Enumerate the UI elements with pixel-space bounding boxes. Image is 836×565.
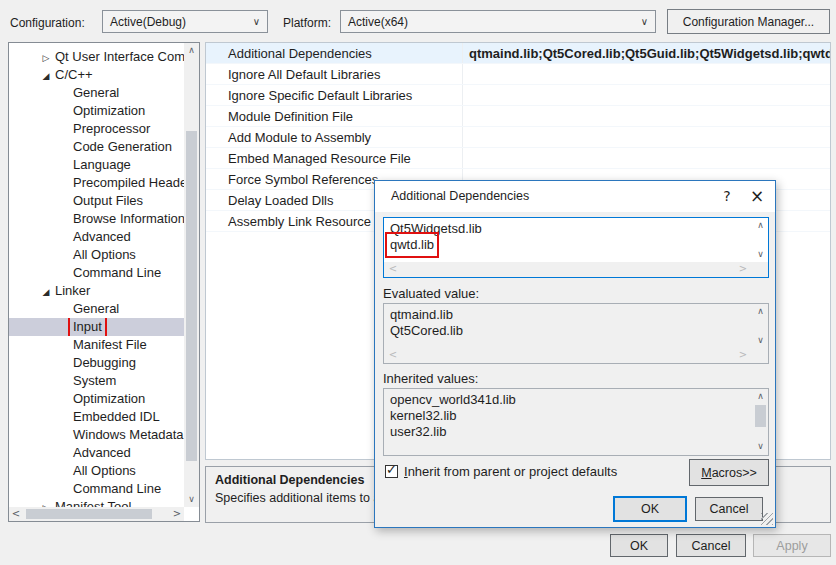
tree-collapsed-arrow-icon[interactable]: ▷ bbox=[37, 499, 55, 507]
tree-item-linker[interactable]: ◢Linker bbox=[9, 282, 184, 300]
tree-item-windows-metadata[interactable]: Windows Metadata bbox=[9, 426, 184, 444]
tree-item-label: Language bbox=[73, 157, 131, 172]
property-value[interactable] bbox=[462, 106, 830, 126]
platform-value: Active(x64) bbox=[348, 15, 408, 29]
property-row-add-module-to-assembly[interactable]: Add Module to Assembly bbox=[206, 127, 830, 148]
dialog-ok-button[interactable]: OK bbox=[613, 496, 687, 522]
resize-grip[interactable] bbox=[761, 513, 773, 525]
inherited-box-vscroll[interactable]: ∧ ∨ bbox=[753, 389, 768, 454]
tree-expanded-arrow-icon[interactable]: ◢ bbox=[37, 67, 55, 84]
tree-item-input[interactable]: Input bbox=[9, 318, 184, 336]
property-value[interactable] bbox=[462, 85, 830, 105]
scroll-up-icon[interactable]: ∧ bbox=[753, 304, 768, 319]
evaluated-box-vscroll[interactable]: ∧ ∨ bbox=[753, 304, 768, 348]
tree-item-output-files[interactable]: Output Files bbox=[9, 192, 184, 210]
tree-vscroll-thumb[interactable] bbox=[186, 131, 197, 461]
scroll-right-icon[interactable]: > bbox=[170, 507, 184, 521]
property-row-embed-managed-resource-file[interactable]: Embed Managed Resource File bbox=[206, 148, 830, 169]
tree-vertical-scrollbar[interactable]: ∧ ∨ bbox=[184, 43, 199, 507]
help-icon[interactable]: ? bbox=[715, 181, 739, 212]
tree-item-label: Precompiled Heade bbox=[73, 175, 184, 190]
scroll-left-icon[interactable]: < bbox=[9, 507, 23, 521]
close-icon[interactable]: × bbox=[741, 181, 773, 212]
tree-item-code-generation[interactable]: Code Generation bbox=[9, 138, 184, 156]
edit-box-vscroll[interactable]: ∧ ∨ bbox=[753, 218, 768, 262]
dialog-cancel-button[interactable]: Cancel bbox=[695, 497, 763, 521]
tree-item-language[interactable]: Language bbox=[9, 156, 184, 174]
evaluated-box-hscroll[interactable]: < > bbox=[384, 348, 768, 363]
scroll-down-icon[interactable]: ∨ bbox=[184, 492, 199, 507]
tree-item-debugging[interactable]: Debugging bbox=[9, 354, 184, 372]
tree-item-manifest-tool[interactable]: ▷Manifest Tool bbox=[9, 498, 184, 507]
tree-item-general[interactable]: General bbox=[9, 84, 184, 102]
scroll-up-icon[interactable]: ∧ bbox=[753, 389, 768, 404]
tree-item-all-options[interactable]: All Options bbox=[9, 246, 184, 264]
property-name: Module Definition File bbox=[206, 106, 462, 126]
tree-item-advanced[interactable]: Advanced bbox=[9, 444, 184, 462]
tree-item-label: All Options bbox=[73, 463, 136, 478]
scroll-left-icon[interactable]: < bbox=[386, 262, 400, 276]
tree-item-optimization[interactable]: Optimization bbox=[9, 390, 184, 408]
scroll-right-icon[interactable]: > bbox=[736, 262, 750, 276]
property-name: Additional Dependencies bbox=[206, 43, 462, 63]
ok-button[interactable]: OK bbox=[610, 534, 668, 557]
tree-item-embedded-idl[interactable]: Embedded IDL bbox=[9, 408, 184, 426]
tree-item-command-line[interactable]: Command Line bbox=[9, 264, 184, 282]
property-value[interactable] bbox=[462, 64, 830, 84]
configuration-manager-button[interactable]: Configuration Manager... bbox=[667, 9, 830, 34]
tree-item-c-c[interactable]: ◢C/C++ bbox=[9, 66, 184, 84]
scroll-up-icon[interactable]: ∧ bbox=[753, 218, 768, 233]
dependency-line-qt5widgetsd-lib[interactable]: Qt5Widgetsd.lib bbox=[390, 221, 747, 237]
scroll-down-icon[interactable]: ∨ bbox=[753, 333, 768, 348]
platform-combobox[interactable]: Active(x64) ∨ bbox=[340, 10, 656, 33]
tree-item-precompiled-heade[interactable]: Precompiled Heade bbox=[9, 174, 184, 192]
tree-item-all-options[interactable]: All Options bbox=[9, 462, 184, 480]
configuration-label: Configuration: bbox=[10, 16, 85, 30]
macros-button[interactable]: Macros>> bbox=[689, 459, 769, 486]
tree-collapsed-arrow-icon[interactable]: ▷ bbox=[37, 49, 55, 66]
tree-item-advanced[interactable]: Advanced bbox=[9, 228, 184, 246]
tree-item-command-line[interactable]: Command Line bbox=[9, 480, 184, 498]
scroll-down-icon[interactable]: ∨ bbox=[753, 247, 768, 262]
tree-item-browse-information[interactable]: Browse Information bbox=[9, 210, 184, 228]
scroll-down-icon[interactable]: ∨ bbox=[753, 439, 768, 454]
cancel-button[interactable]: Cancel bbox=[676, 534, 746, 557]
property-value[interactable] bbox=[462, 127, 830, 147]
tree-expanded-arrow-icon[interactable]: ◢ bbox=[37, 283, 55, 300]
tree-item-label: Linker bbox=[55, 283, 90, 298]
dependencies-edit-box[interactable]: Qt5Widgetsd.libqwtd.lib ∧ ∨ < > bbox=[383, 217, 769, 278]
property-row-module-definition-file[interactable]: Module Definition File bbox=[206, 106, 830, 127]
chevron-down-icon: ∨ bbox=[253, 16, 260, 27]
property-row-additional-dependencies[interactable]: Additional Dependenciesqtmaind.lib;Qt5Co… bbox=[206, 43, 830, 64]
dependency-text: kernel32.lib bbox=[390, 408, 457, 423]
dependency-text: user32.lib bbox=[390, 424, 446, 439]
configuration-combobox[interactable]: Active(Debug) ∨ bbox=[102, 10, 268, 33]
scroll-left-icon[interactable]: < bbox=[386, 348, 400, 362]
property-value[interactable]: qtmaind.lib;Qt5Cored.lib;Qt5Guid.lib;Qt5… bbox=[462, 43, 830, 63]
property-row-ignore-all-default-libraries[interactable]: Ignore All Default Libraries bbox=[206, 64, 830, 85]
edit-box-hscroll[interactable]: < > bbox=[384, 262, 768, 277]
scroll-up-icon[interactable]: ∧ bbox=[184, 43, 199, 58]
configuration-value: Active(Debug) bbox=[110, 15, 186, 29]
tree-item-manifest-file[interactable]: Manifest File bbox=[9, 336, 184, 354]
tree-item-system[interactable]: System bbox=[9, 372, 184, 390]
property-value[interactable] bbox=[462, 148, 830, 168]
tree-item-label: Debugging bbox=[73, 355, 136, 370]
inherited-vscroll-thumb[interactable] bbox=[755, 405, 766, 427]
scroll-right-icon[interactable]: > bbox=[736, 348, 750, 362]
inherit-defaults-checkbox[interactable]: ✓ bbox=[385, 465, 398, 478]
tree-item-label: Optimization bbox=[73, 391, 145, 406]
tree-item-qt-user-interface-comp[interactable]: ▷Qt User Interface Comp bbox=[9, 48, 184, 66]
dependency-text: Qt5Widgetsd.lib bbox=[390, 221, 482, 236]
dependency-line-qwtd-lib[interactable]: qwtd.lib bbox=[390, 237, 747, 253]
tree-item-optimization[interactable]: Optimization bbox=[9, 102, 184, 120]
tree-item-label: General bbox=[73, 301, 119, 316]
dialog-edit-lines[interactable]: Qt5Widgetsd.libqwtd.lib bbox=[385, 219, 752, 262]
tree-horizontal-scrollbar[interactable]: < > bbox=[9, 507, 184, 521]
dialog-titlebar[interactable]: Additional Dependencies ? × bbox=[375, 181, 775, 212]
tree-hscroll-thumb[interactable] bbox=[26, 509, 152, 519]
tree-item-general[interactable]: General bbox=[9, 300, 184, 318]
platform-label: Platform: bbox=[283, 16, 331, 30]
tree-item-preprocessor[interactable]: Preprocessor bbox=[9, 120, 184, 138]
property-row-ignore-specific-default-libraries[interactable]: Ignore Specific Default Libraries bbox=[206, 85, 830, 106]
